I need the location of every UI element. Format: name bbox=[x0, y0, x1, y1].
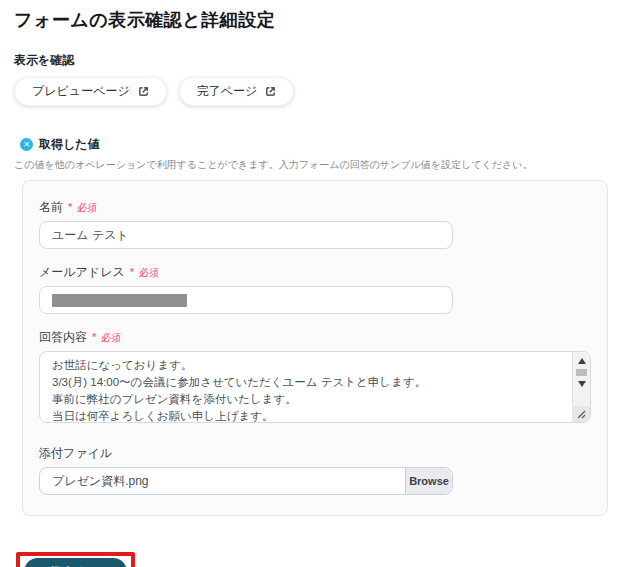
required-mark: * bbox=[92, 331, 96, 343]
required-mark: * bbox=[130, 266, 134, 278]
sample-values-card: 名前 * 必須 ユーム テスト メールアドレス * 必須 回答内容 * 必須 bbox=[22, 180, 608, 516]
message-field: 回答内容 * 必須 お世話になっております。 3/3(月) 14:00〜の会議に… bbox=[39, 329, 591, 423]
name-label-row: 名前 * 必須 bbox=[39, 199, 591, 216]
message-line: 当日は何卒よろしくお願い申し上げます。 bbox=[52, 408, 562, 423]
scroll-down-icon[interactable] bbox=[578, 381, 586, 387]
preview-page-button-label: プレビューページ bbox=[32, 83, 130, 100]
values-section-description: この値を他のオペレーションで利用することができます。入力フォームの回答のサンプル… bbox=[14, 158, 617, 172]
message-textarea-content: お世話になっております。 3/3(月) 14:00〜の会議に参加させていただくユ… bbox=[40, 352, 590, 423]
preview-page-button[interactable]: プレビューページ bbox=[14, 77, 167, 106]
name-label: 名前 bbox=[39, 199, 63, 216]
name-input[interactable]: ユーム テスト bbox=[39, 221, 453, 249]
email-field: メールアドレス * 必須 bbox=[39, 264, 591, 314]
required-text: 必須 bbox=[101, 331, 121, 345]
resize-grip[interactable] bbox=[572, 406, 590, 422]
page: フォームの表示確認と詳細設定 表示を確認 プレビューページ 完了ページ ✕ bbox=[0, 0, 631, 567]
preview-button-row: プレビューページ 完了ページ bbox=[14, 77, 617, 106]
external-link-icon bbox=[265, 86, 276, 97]
attachment-input-group: プレゼン資料.png Browse bbox=[39, 467, 453, 495]
required-mark: * bbox=[68, 201, 72, 213]
preview-section-heading: 表示を確認 bbox=[14, 52, 617, 69]
email-input[interactable] bbox=[39, 286, 453, 314]
message-line: 3/3(月) 14:00〜の会議に参加させていただくユーム テストと申します。 bbox=[52, 374, 562, 391]
click-highlight-annotation: 保存する bbox=[16, 552, 135, 567]
attachment-file-input[interactable]: プレゼン資料.png bbox=[40, 468, 405, 494]
values-section-header: ✕ 取得した値 bbox=[20, 136, 617, 153]
save-button[interactable]: 保存する bbox=[24, 558, 127, 567]
page-title: フォームの表示確認と詳細設定 bbox=[14, 8, 617, 32]
message-textarea[interactable]: お世話になっております。 3/3(月) 14:00〜の会議に参加させていただくユ… bbox=[39, 351, 591, 423]
message-line: 事前に弊社のプレゼン資料を添付いたします。 bbox=[52, 391, 562, 408]
email-label-row: メールアドレス * 必須 bbox=[39, 264, 591, 281]
scroll-up-icon[interactable] bbox=[578, 358, 586, 364]
required-text: 必須 bbox=[139, 266, 159, 280]
value-badge-icon: ✕ bbox=[20, 138, 33, 151]
done-page-button[interactable]: 完了ページ bbox=[179, 77, 295, 106]
attachment-file-name: プレゼン資料.png bbox=[52, 473, 148, 490]
required-text: 必須 bbox=[77, 201, 97, 215]
external-link-icon bbox=[138, 86, 149, 97]
message-label: 回答内容 bbox=[39, 329, 87, 346]
scrollbar-thumb[interactable] bbox=[576, 369, 587, 376]
redacted-value-bar bbox=[52, 294, 187, 307]
email-label: メールアドレス bbox=[39, 264, 125, 281]
done-page-button-label: 完了ページ bbox=[197, 83, 258, 100]
message-line: お世話になっております。 bbox=[52, 357, 562, 374]
message-label-row: 回答内容 * 必須 bbox=[39, 329, 591, 346]
values-section-title: 取得した値 bbox=[39, 136, 100, 153]
name-input-value: ユーム テスト bbox=[52, 227, 129, 244]
name-field: 名前 * 必須 ユーム テスト bbox=[39, 199, 591, 249]
browse-button[interactable]: Browse bbox=[405, 468, 452, 494]
attachment-label: 添付ファイル bbox=[39, 445, 112, 462]
attachment-label-row: 添付ファイル bbox=[39, 445, 591, 462]
attachment-field: 添付ファイル プレゼン資料.png Browse bbox=[39, 445, 591, 495]
